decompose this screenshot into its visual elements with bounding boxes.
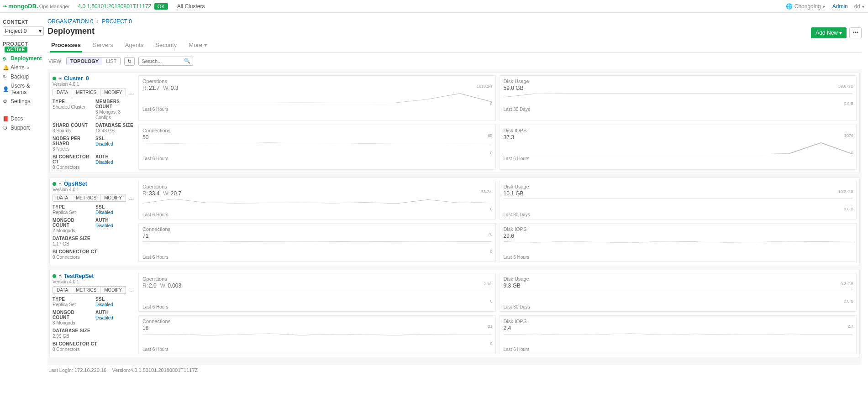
- build-version: 4.0.1.50101.20180801T1117Z: [78, 3, 151, 10]
- tab-processes[interactable]: Processes: [50, 39, 82, 52]
- chart-disk usage[interactable]: Disk Usage 9.3 GB 9.3 GB 0.0 B Last 30 D…: [500, 273, 857, 312]
- pill-modify[interactable]: MODIFY: [100, 286, 126, 294]
- pill-modify[interactable]: MODIFY: [100, 194, 126, 202]
- crumb-project[interactable]: PROJECT 0: [102, 18, 132, 25]
- view-topology[interactable]: TOPOLOGY: [67, 58, 102, 65]
- page-title: Deployment: [47, 26, 95, 36]
- y-axis-max: 2.7: [847, 324, 853, 329]
- cluster-version: Version 4.0.1: [53, 279, 135, 284]
- admin-link[interactable]: Admin: [832, 3, 848, 10]
- pill-data[interactable]: DATA: [53, 194, 72, 202]
- chart-value: 29.6: [504, 233, 853, 239]
- y-axis-min: 0: [490, 207, 492, 211]
- cluster-name-link[interactable]: Cluster_0: [64, 75, 89, 82]
- y-axis-max: 73: [488, 232, 492, 236]
- tab-security[interactable]: Security: [154, 39, 178, 52]
- y-axis-max: 3076: [844, 133, 853, 138]
- chart-connections[interactable]: Connections 50 65 0 Last 6 Hours: [138, 125, 496, 170]
- chart-value: R:33.4W:20.7: [142, 190, 492, 197]
- sidebar-item-users[interactable]: 👤Users & Teams: [3, 81, 45, 97]
- sidebar-item-docs[interactable]: 📕Docs: [3, 114, 45, 123]
- alerts-count: 0: [27, 66, 29, 70]
- context-select[interactable]: Project 0▾: [3, 26, 44, 36]
- more-actions-button[interactable]: •••: [849, 27, 862, 38]
- project-heading: PROJECT ACTIVE: [3, 41, 45, 52]
- brand-suffix: Ops Manager: [39, 4, 70, 9]
- add-new-button[interactable]: Add New ▾: [811, 27, 847, 38]
- breadcrumb: ORGANIZATION 0 › PROJECT 0: [47, 18, 862, 25]
- chart-range: Last 6 Hours: [142, 212, 492, 217]
- chart-value: 10.1 GB: [504, 190, 853, 197]
- view-list[interactable]: LIST: [102, 58, 120, 65]
- chart-operations[interactable]: Operations R:2.0W:0.003 2.1/s 0 Last 6 H…: [138, 273, 496, 312]
- sidebar: CONTEXT Project 0▾ PROJECT ACTIVE ⎋Deplo…: [0, 13, 47, 380]
- y-axis-min: 0: [490, 151, 492, 155]
- lifebuoy-icon: ❍: [3, 125, 8, 131]
- refresh-button[interactable]: ↻: [124, 57, 135, 66]
- chart-title: Operations: [142, 78, 492, 84]
- chart-range: Last 30 Days: [504, 212, 853, 217]
- chart-connections[interactable]: Connections 71 73 0 Last 6 Hours: [138, 223, 496, 262]
- all-clusters-link[interactable]: All Clusters: [177, 3, 205, 10]
- chart-disk usage[interactable]: Disk Usage 59.0 GB 59.0 GB 0.0 B Last 30…: [500, 75, 857, 121]
- user-menu[interactable]: dd▼: [854, 3, 865, 10]
- chart-title: Disk Usage: [504, 276, 853, 282]
- sidebar-item-support[interactable]: ❍Support: [3, 123, 45, 132]
- tabs: Processes Servers Agents Security More ▾: [47, 39, 862, 53]
- chart-disk iops[interactable]: Disk IOPS 2.4 2.7 Last 6 Hours: [500, 315, 857, 354]
- chart-operations[interactable]: Operations R:21.7W:0.3 1018.2/s 0 Last 6…: [138, 75, 496, 121]
- sidebar-item-backup[interactable]: ↻Backup: [3, 72, 45, 81]
- chart-range: Last 6 Hours: [504, 347, 853, 352]
- pill-metrics[interactable]: METRICS: [72, 89, 100, 96]
- tab-more[interactable]: More ▾: [188, 39, 208, 52]
- sidebar-item-settings[interactable]: ⚙Settings: [3, 97, 45, 106]
- tab-agents[interactable]: Agents: [124, 39, 144, 52]
- y-axis-min: 0: [851, 151, 853, 155]
- y-axis-max: 53.2/s: [481, 189, 493, 194]
- y-axis-max: 10.2 GB: [838, 189, 853, 194]
- chart-title: Disk IOPS: [504, 128, 853, 133]
- chart-range: Last 6 Hours: [504, 156, 853, 161]
- sidebar-item-deployment[interactable]: ⎋Deployment: [3, 54, 45, 63]
- pill-modify[interactable]: MODIFY: [100, 89, 126, 96]
- crumb-org[interactable]: ORGANIZATION 0: [47, 18, 93, 25]
- cluster-more-icon[interactable]: …: [126, 89, 136, 96]
- cluster-card: ✳ Cluster_0 Version 4.0.1 DATA METRICS M…: [49, 72, 860, 173]
- chart-value: 59.0 GB: [504, 85, 853, 91]
- toolbar: VIEW: TOPOLOGY LIST ↻ 🔍: [47, 53, 862, 69]
- pill-data[interactable]: DATA: [53, 89, 72, 96]
- chart-value: 2.4: [504, 325, 853, 331]
- chart-title: Disk Usage: [504, 184, 853, 189]
- cluster-more-icon[interactable]: …: [126, 194, 136, 202]
- pill-data[interactable]: DATA: [53, 286, 72, 294]
- chart-disk iops[interactable]: Disk IOPS 29.6 Last 6 Hours: [500, 223, 857, 262]
- status-dot-icon: [53, 274, 56, 278]
- chart-range: Last 6 Hours: [504, 255, 853, 260]
- y-axis-min: 0: [490, 341, 492, 346]
- cluster-more-icon[interactable]: …: [126, 286, 136, 294]
- tab-servers[interactable]: Servers: [92, 39, 114, 52]
- chart-value: 50: [142, 134, 492, 141]
- cluster-name-link[interactable]: TestRepSet: [64, 273, 94, 279]
- chart-title: Connections: [142, 226, 492, 232]
- cluster-version: Version 4.0.1: [53, 82, 135, 87]
- sidebar-item-alerts[interactable]: 🔔Alerts0: [3, 63, 45, 72]
- cluster-name-link[interactable]: OpsRSet: [64, 181, 87, 187]
- cluster-card: ⋔ TestRepSet Version 4.0.1 DATA METRICS …: [49, 270, 860, 357]
- pill-metrics[interactable]: METRICS: [72, 194, 100, 202]
- chart-value: 18: [142, 325, 492, 331]
- deployment-icon: ⎋: [3, 56, 8, 61]
- sharded-icon: ✳: [58, 76, 62, 82]
- region-dropdown[interactable]: 🌐 Chongqing▼: [786, 3, 826, 10]
- chart-title: Connections: [142, 128, 492, 133]
- chart-disk usage[interactable]: Disk Usage 10.1 GB 10.2 GB 0.0 B Last 30…: [500, 181, 857, 220]
- y-axis-max: 21: [488, 324, 492, 329]
- main: ORGANIZATION 0 › PROJECT 0 Deployment Ad…: [47, 13, 868, 380]
- chart-operations[interactable]: Operations R:33.4W:20.7 53.2/s 0 Last 6 …: [138, 181, 496, 220]
- gear-icon: ⚙: [3, 99, 8, 105]
- pill-metrics[interactable]: METRICS: [72, 286, 100, 294]
- chart-disk iops[interactable]: Disk IOPS 37.3 3076 0 Last 6 Hours: [500, 125, 857, 170]
- cluster-version: Version 4.0.1: [53, 187, 135, 192]
- context-heading: CONTEXT: [3, 19, 45, 25]
- chart-connections[interactable]: Connections 18 21 0 Last 6 Hours: [138, 315, 496, 354]
